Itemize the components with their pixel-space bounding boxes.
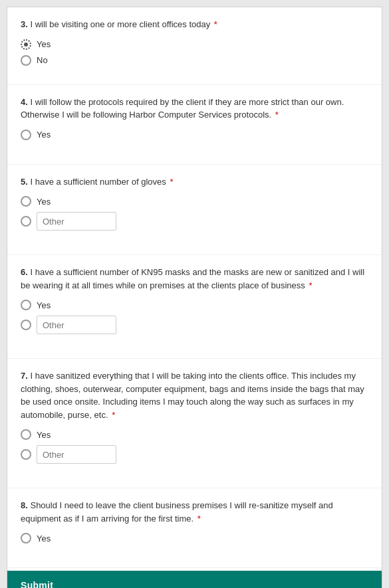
q6-option-other-row[interactable] <box>21 316 368 334</box>
q5-yes-label: Yes <box>37 197 51 207</box>
q7-option-yes-row[interactable]: Yes <box>21 429 368 440</box>
q7-other-radio[interactable] <box>21 449 31 460</box>
question-6-text: 6. I have a sufficient number of KN95 ma… <box>21 266 368 292</box>
question-8-block: 8. Should I need to leave the client bus… <box>7 488 382 568</box>
q6-yes-radio[interactable] <box>21 300 31 310</box>
q6-other-input[interactable] <box>37 316 116 334</box>
question-4-text: 4. I will follow the protocols required … <box>21 96 368 122</box>
q3-option-no-row[interactable]: No <box>21 55 368 66</box>
q3-no-radio[interactable] <box>21 55 31 66</box>
submit-button[interactable]: Submit <box>21 580 53 588</box>
question-4-block: 4. I will follow the protocols required … <box>7 85 382 165</box>
q8-option-yes-row[interactable]: Yes <box>21 533 368 543</box>
q3-yes-radio[interactable] <box>21 39 31 50</box>
q7-yes-label: Yes <box>37 430 51 440</box>
question-5-required: * <box>170 177 173 187</box>
question-3-number: 3. <box>21 19 28 29</box>
submit-bar: Submit <box>7 571 382 588</box>
question-7-required: * <box>112 410 115 420</box>
q5-option-other-row[interactable] <box>21 212 368 231</box>
question-8-required: * <box>197 514 201 524</box>
q6-other-radio[interactable] <box>21 320 31 330</box>
q4-yes-radio[interactable] <box>21 130 31 140</box>
form-container: 3. I will be visiting one or more client… <box>7 7 382 588</box>
q5-other-input[interactable] <box>37 212 116 231</box>
q7-other-input[interactable] <box>37 445 116 464</box>
question-6-block: 6. I have a sufficient number of KN95 ma… <box>7 255 382 359</box>
question-8-number: 8. <box>21 500 28 510</box>
question-6-required: * <box>309 280 312 290</box>
question-3-block: 3. I will be visiting one or more client… <box>7 7 382 85</box>
q3-no-label: No <box>37 55 48 65</box>
q3-option-yes-row[interactable]: Yes <box>21 39 368 50</box>
question-6-number: 6. <box>21 267 28 277</box>
question-8-body: Should I need to leave the client busine… <box>21 500 333 524</box>
q8-yes-radio[interactable] <box>21 533 31 543</box>
question-7-text: 7. I have sanitized everything that I wi… <box>21 369 368 421</box>
question-7-block: 7. I have sanitized everything that I wi… <box>7 359 382 488</box>
question-8-text: 8. Should I need to leave the client bus… <box>21 499 368 525</box>
question-3-text: 3. I will be visiting one or more client… <box>21 18 368 31</box>
question-5-block: 5. I have a sufficient number of gloves … <box>7 165 382 256</box>
question-5-text: 5. I have a sufficient number of gloves … <box>21 175 368 189</box>
q6-yes-label: Yes <box>37 300 51 310</box>
question-7-body: I have sanitized everything that I will … <box>21 371 364 420</box>
question-5-body: I have a sufficient number of gloves <box>30 177 166 187</box>
q7-yes-radio[interactable] <box>21 429 31 440</box>
question-4-required: * <box>275 110 279 120</box>
q6-option-yes-row[interactable]: Yes <box>21 300 368 310</box>
question-4-body: I will follow the protocols required by … <box>21 97 344 120</box>
question-3-required: * <box>214 19 217 29</box>
q5-yes-radio[interactable] <box>21 196 31 207</box>
q5-option-yes-row[interactable]: Yes <box>21 196 368 207</box>
q8-yes-label: Yes <box>37 534 51 543</box>
question-7-number: 7. <box>21 371 28 381</box>
q3-yes-label: Yes <box>37 39 51 49</box>
q4-yes-label: Yes <box>37 130 51 140</box>
question-4-number: 4. <box>21 97 28 107</box>
q5-other-radio[interactable] <box>21 216 31 227</box>
q7-option-other-row[interactable] <box>21 445 368 464</box>
question-3-body: I will be visiting one or more client of… <box>30 19 210 29</box>
question-6-body: I have a sufficient number of KN95 masks… <box>21 267 364 290</box>
q4-option-yes-row[interactable]: Yes <box>21 130 368 140</box>
question-5-number: 5. <box>21 177 28 187</box>
